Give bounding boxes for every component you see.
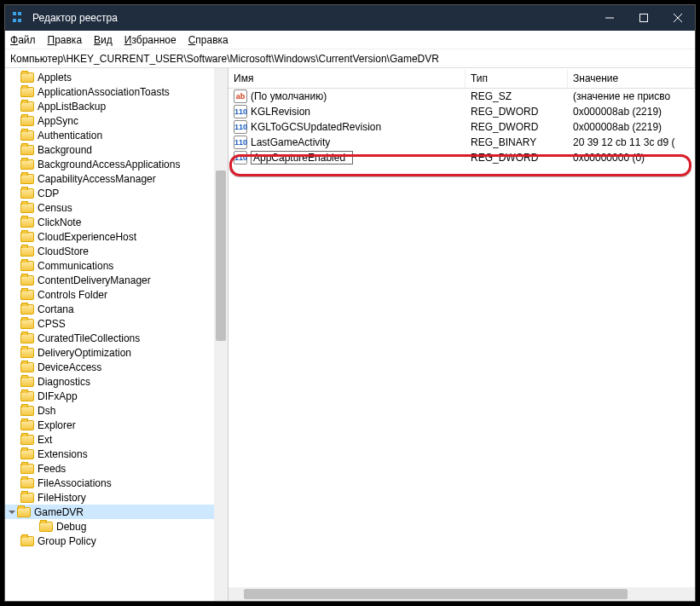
maximize-button[interactable]	[627, 5, 661, 31]
reg-string-icon: ab	[234, 89, 247, 103]
folder-icon	[20, 333, 34, 343]
tree-item-cdp[interactable]: CDP	[5, 186, 228, 200]
tree-item-label: Communications	[38, 260, 113, 272]
tree-item-appsync[interactable]: AppSync	[5, 113, 228, 128]
tree-item-label: AppSync	[38, 115, 78, 127]
tree-item-cloudexperiencehost[interactable]: CloudExperienceHost	[5, 229, 228, 244]
tree-item-cloudstore[interactable]: CloudStore	[5, 244, 228, 258]
tree-item-contentdeliverymanager[interactable]: ContentDeliveryManager	[5, 273, 228, 287]
tree-item-applistbackup[interactable]: AppListBackup	[5, 99, 228, 113]
menubar: Файл Правка Вид Избранное Справка	[5, 31, 695, 49]
value-name: (По умолчанию)	[251, 90, 327, 102]
tree-item-filehistory[interactable]: FileHistory	[5, 490, 228, 505]
tree-panel: AppletsApplicationAssociationToastsAppLi…	[5, 68, 229, 601]
folder-icon	[20, 101, 34, 112]
svg-rect-1	[640, 14, 648, 22]
menu-edit[interactable]: Правка	[48, 34, 83, 46]
value-row[interactable]: 110LastGameActivityREG_BINARY20 39 12 cb…	[229, 135, 695, 150]
tree-item-backgroundaccessapplications[interactable]: BackgroundAccessApplications	[5, 157, 228, 171]
value-name: KGLRevision	[251, 106, 310, 118]
tree-item-label: CPSS	[38, 318, 66, 330]
tree-item-clicknote[interactable]: ClickNote	[5, 215, 228, 229]
menu-favorites[interactable]: Избранное	[124, 34, 176, 46]
tree-item-label: ContentDeliveryManager	[38, 274, 151, 286]
tree-item-extensions[interactable]: Extensions	[5, 447, 228, 461]
tree-item-background[interactable]: Background	[5, 142, 228, 157]
app-icon	[12, 11, 26, 25]
value-row[interactable]: 110REG_DWORD0x00000000 (0)	[229, 150, 695, 165]
value-row[interactable]: 110KGLToGCSUpdatedRevisionREG_DWORD0x000…	[229, 119, 695, 135]
tree-item-authentication[interactable]: Authentication	[5, 128, 228, 142]
tree-item-deliveryoptimization[interactable]: DeliveryOptimization	[5, 345, 228, 360]
column-value[interactable]: Значение	[568, 69, 695, 88]
value-name-input[interactable]	[251, 151, 353, 164]
folder-icon	[20, 87, 34, 97]
tree-item-label: Ext	[38, 434, 52, 446]
folder-icon	[20, 464, 34, 474]
folder-icon	[20, 406, 34, 416]
tree-item-cortana[interactable]: Cortana	[5, 302, 228, 316]
folder-icon	[20, 377, 34, 387]
column-type[interactable]: Тип	[466, 69, 568, 88]
tree-item-applicationassociationtoasts[interactable]: ApplicationAssociationToasts	[5, 84, 228, 99]
tree-item-label: CloudExperienceHost	[38, 231, 136, 243]
values-h-scrollbar[interactable]	[229, 587, 695, 601]
close-button[interactable]	[661, 5, 695, 31]
tree-item-label: Controls Folder	[38, 289, 107, 301]
tree-item-census[interactable]: Census	[5, 200, 228, 215]
tree-item-label: DeviceAccess	[38, 361, 101, 373]
tree-item-diagnostics[interactable]: Diagnostics	[5, 374, 228, 389]
folder-icon	[20, 174, 34, 184]
registry-editor-window: Редактор реестра Файл Правка Вид Избранн…	[4, 4, 696, 602]
tree-item-label: Diagnostics	[38, 376, 90, 388]
tree-item-controls-folder[interactable]: Controls Folder	[5, 287, 228, 302]
tree-item-label: CuratedTileCollections	[38, 332, 140, 344]
tree-item-label: Background	[38, 144, 92, 156]
tree-item-communications[interactable]: Communications	[5, 258, 228, 273]
menu-file[interactable]: Файл	[10, 34, 36, 46]
value-name: LastGameActivity	[251, 136, 330, 148]
tree-item-label: Explorer	[38, 419, 76, 431]
tree-item-debug[interactable]: Debug	[5, 519, 228, 534]
tree-item-label: Census	[38, 202, 72, 214]
tree-item-group-policy[interactable]: Group Policy	[5, 534, 228, 548]
values-header: Имя Тип Значение	[229, 68, 695, 89]
tree-item-deviceaccess[interactable]: DeviceAccess	[5, 360, 228, 374]
address-bar[interactable]: Компьютер\HKEY_CURRENT_USER\Software\Mic…	[5, 49, 695, 68]
tree-item-gamedvr[interactable]: GameDVR	[5, 505, 228, 519]
menu-help[interactable]: Справка	[188, 34, 229, 46]
column-name[interactable]: Имя	[229, 69, 466, 88]
tree-item-label: DIFxApp	[38, 390, 78, 402]
address-text: Компьютер\HKEY_CURRENT_USER\Software\Mic…	[10, 53, 439, 65]
tree-item-label: GameDVR	[34, 506, 84, 518]
tree-item-applets[interactable]: Applets	[5, 70, 228, 84]
menu-view[interactable]: Вид	[94, 34, 113, 46]
tree-item-fileassociations[interactable]: FileAssociations	[5, 476, 228, 490]
titlebar[interactable]: Редактор реестра	[5, 5, 695, 31]
tree-item-difxapp[interactable]: DIFxApp	[5, 389, 228, 403]
folder-icon	[20, 319, 34, 329]
tree-item-label: Applets	[38, 72, 72, 84]
value-row[interactable]: 110KGLRevisionREG_DWORD0x000008ab (2219)	[229, 104, 695, 119]
folder-icon	[20, 449, 34, 459]
reg-binary-icon: 110	[234, 136, 247, 149]
tree-item-label: Debug	[56, 521, 86, 533]
values-panel: Имя Тип Значение ab(По умолчанию)REG_SZ(…	[229, 68, 695, 601]
tree-item-label: AppListBackup	[38, 101, 106, 113]
tree-scrollbar[interactable]	[214, 68, 228, 601]
tree-item-capabilityaccessmanager[interactable]: CapabilityAccessManager	[5, 171, 228, 186]
tree-item-cpss[interactable]: CPSS	[5, 316, 228, 331]
folder-icon	[20, 188, 34, 199]
folder-icon	[20, 246, 34, 257]
value-type: REG_BINARY	[466, 136, 568, 148]
tree-item-label: FileHistory	[38, 492, 86, 504]
tree-item-dsh[interactable]: Dsh	[5, 403, 228, 418]
tree-item-feeds[interactable]: Feeds	[5, 461, 228, 476]
tree-item-explorer[interactable]: Explorer	[5, 418, 228, 432]
tree-item-curatedtilecollections[interactable]: CuratedTileCollections	[5, 331, 228, 345]
value-row[interactable]: ab(По умолчанию)REG_SZ(значение не присв…	[229, 89, 695, 104]
value-data: (значение не присво	[568, 90, 695, 102]
content-area: AppletsApplicationAssociationToastsAppLi…	[5, 68, 695, 601]
tree-item-ext[interactable]: Ext	[5, 432, 228, 447]
minimize-button[interactable]	[593, 5, 627, 31]
